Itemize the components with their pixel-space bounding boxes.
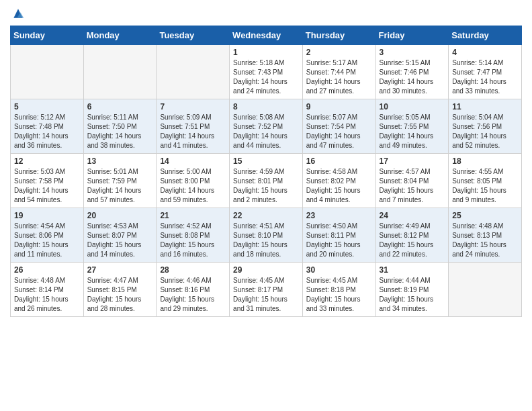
day-header-wednesday: Wednesday: [230, 26, 303, 45]
day-header-sunday: Sunday: [11, 26, 84, 45]
day-header-friday: Friday: [375, 26, 449, 45]
cell-info: Sunrise: 5:17 AM Sunset: 7:44 PM Dayligh…: [306, 58, 372, 96]
calendar-cell: 31Sunrise: 4:44 AM Sunset: 8:19 PM Dayli…: [375, 263, 449, 317]
day-number: 7: [160, 102, 226, 111]
cell-info: Sunrise: 5:18 AM Sunset: 7:43 PM Dayligh…: [233, 58, 299, 96]
cell-info: Sunrise: 4:50 AM Sunset: 8:11 PM Dayligh…: [306, 222, 372, 259]
calendar-cell: [449, 263, 522, 317]
calendar-cell: 5Sunrise: 5:12 AM Sunset: 7:48 PM Daylig…: [11, 99, 84, 154]
day-number: 21: [160, 211, 226, 220]
cell-info: Sunrise: 4:58 AM Sunset: 8:02 PM Dayligh…: [306, 167, 372, 205]
calendar-cell: 28Sunrise: 4:46 AM Sunset: 8:16 PM Dayli…: [157, 263, 230, 317]
day-number: 23: [306, 211, 372, 220]
page-header: [10, 7, 522, 20]
day-number: 1: [233, 48, 299, 57]
calendar-cell: 3Sunrise: 5:15 AM Sunset: 7:46 PM Daylig…: [375, 45, 449, 99]
cell-info: Sunrise: 5:15 AM Sunset: 7:46 PM Dayligh…: [380, 58, 445, 96]
cell-info: Sunrise: 4:49 AM Sunset: 8:12 PM Dayligh…: [380, 222, 445, 259]
header-row: SundayMondayTuesdayWednesdayThursdayFrid…: [11, 26, 522, 45]
cell-info: Sunrise: 4:44 AM Sunset: 8:19 PM Dayligh…: [380, 276, 445, 314]
cell-info: Sunrise: 4:51 AM Sunset: 8:10 PM Dayligh…: [233, 222, 299, 259]
calendar-cell: 16Sunrise: 4:58 AM Sunset: 8:02 PM Dayli…: [302, 154, 375, 208]
day-number: 19: [14, 211, 80, 220]
cell-info: Sunrise: 4:55 AM Sunset: 8:05 PM Dayligh…: [452, 167, 518, 205]
day-number: 14: [160, 156, 226, 166]
calendar-cell: 23Sunrise: 4:50 AM Sunset: 8:11 PM Dayli…: [302, 208, 375, 263]
day-number: 12: [14, 156, 80, 166]
day-number: 6: [87, 102, 153, 111]
calendar-cell: [157, 45, 230, 99]
day-number: 5: [14, 102, 80, 111]
cell-info: Sunrise: 5:00 AM Sunset: 8:00 PM Dayligh…: [160, 167, 226, 205]
calendar-cell: [11, 45, 84, 99]
week-row-2: 5Sunrise: 5:12 AM Sunset: 7:48 PM Daylig…: [11, 99, 522, 154]
day-number: 10: [380, 102, 445, 111]
cell-info: Sunrise: 5:08 AM Sunset: 7:52 PM Dayligh…: [233, 113, 299, 150]
day-header-monday: Monday: [83, 26, 157, 45]
day-header-thursday: Thursday: [302, 26, 375, 45]
day-number: 25: [452, 211, 518, 220]
calendar-cell: 19Sunrise: 4:54 AM Sunset: 8:06 PM Dayli…: [11, 208, 84, 263]
cell-info: Sunrise: 4:47 AM Sunset: 8:15 PM Dayligh…: [87, 276, 153, 314]
calendar-cell: 20Sunrise: 4:53 AM Sunset: 8:07 PM Dayli…: [83, 208, 157, 263]
cell-info: Sunrise: 5:01 AM Sunset: 7:59 PM Dayligh…: [87, 167, 153, 205]
cell-info: Sunrise: 5:14 AM Sunset: 7:47 PM Dayligh…: [452, 58, 518, 96]
week-row-4: 19Sunrise: 4:54 AM Sunset: 8:06 PM Dayli…: [11, 208, 522, 263]
cell-info: Sunrise: 5:11 AM Sunset: 7:50 PM Dayligh…: [87, 113, 153, 150]
calendar-cell: 7Sunrise: 5:09 AM Sunset: 7:51 PM Daylig…: [157, 99, 230, 154]
day-number: 2: [306, 48, 372, 57]
calendar-cell: 2Sunrise: 5:17 AM Sunset: 7:44 PM Daylig…: [302, 45, 375, 99]
day-number: 16: [306, 156, 372, 166]
calendar-cell: 10Sunrise: 5:05 AM Sunset: 7:55 PM Dayli…: [375, 99, 449, 154]
calendar-cell: 17Sunrise: 4:57 AM Sunset: 8:04 PM Dayli…: [375, 154, 449, 208]
cell-info: Sunrise: 5:04 AM Sunset: 7:56 PM Dayligh…: [452, 113, 518, 150]
calendar-cell: [83, 45, 157, 99]
day-number: 11: [452, 102, 518, 111]
cell-info: Sunrise: 4:52 AM Sunset: 8:08 PM Dayligh…: [160, 222, 226, 259]
calendar-cell: 21Sunrise: 4:52 AM Sunset: 8:08 PM Dayli…: [157, 208, 230, 263]
day-number: 9: [306, 102, 372, 111]
calendar-cell: 14Sunrise: 5:00 AM Sunset: 8:00 PM Dayli…: [157, 154, 230, 208]
logo-icon: [11, 7, 25, 20]
calendar-cell: 15Sunrise: 4:59 AM Sunset: 8:01 PM Dayli…: [230, 154, 303, 208]
day-number: 26: [14, 265, 80, 275]
calendar-cell: 22Sunrise: 4:51 AM Sunset: 8:10 PM Dayli…: [230, 208, 303, 263]
cell-info: Sunrise: 4:54 AM Sunset: 8:06 PM Dayligh…: [14, 222, 80, 259]
calendar-cell: 11Sunrise: 5:04 AM Sunset: 7:56 PM Dayli…: [449, 99, 522, 154]
day-number: 29: [233, 265, 299, 275]
calendar-cell: 24Sunrise: 4:49 AM Sunset: 8:12 PM Dayli…: [375, 208, 449, 263]
cell-info: Sunrise: 4:48 AM Sunset: 8:13 PM Dayligh…: [452, 222, 518, 259]
day-number: 22: [233, 211, 299, 220]
calendar-cell: 30Sunrise: 4:45 AM Sunset: 8:18 PM Dayli…: [302, 263, 375, 317]
calendar-cell: 6Sunrise: 5:11 AM Sunset: 7:50 PM Daylig…: [83, 99, 157, 154]
calendar-cell: 26Sunrise: 4:48 AM Sunset: 8:14 PM Dayli…: [11, 263, 84, 317]
cell-info: Sunrise: 5:12 AM Sunset: 7:48 PM Dayligh…: [14, 113, 80, 150]
week-row-5: 26Sunrise: 4:48 AM Sunset: 8:14 PM Dayli…: [11, 263, 522, 317]
day-header-saturday: Saturday: [449, 26, 522, 45]
logo: [10, 7, 25, 20]
calendar-cell: 18Sunrise: 4:55 AM Sunset: 8:05 PM Dayli…: [449, 154, 522, 208]
week-row-3: 12Sunrise: 5:03 AM Sunset: 7:58 PM Dayli…: [11, 154, 522, 208]
day-number: 28: [160, 265, 226, 275]
day-number: 30: [306, 265, 372, 275]
calendar-cell: 27Sunrise: 4:47 AM Sunset: 8:15 PM Dayli…: [83, 263, 157, 317]
week-row-1: 1Sunrise: 5:18 AM Sunset: 7:43 PM Daylig…: [11, 45, 522, 99]
day-number: 20: [87, 211, 153, 220]
day-number: 15: [233, 156, 299, 166]
cell-info: Sunrise: 5:05 AM Sunset: 7:55 PM Dayligh…: [380, 113, 445, 150]
day-number: 24: [380, 211, 445, 220]
cell-info: Sunrise: 5:03 AM Sunset: 7:58 PM Dayligh…: [14, 167, 80, 205]
day-number: 27: [87, 265, 153, 275]
calendar-cell: 29Sunrise: 4:45 AM Sunset: 8:17 PM Dayli…: [230, 263, 303, 317]
day-number: 13: [87, 156, 153, 166]
cell-info: Sunrise: 4:46 AM Sunset: 8:16 PM Dayligh…: [160, 276, 226, 314]
calendar-cell: 25Sunrise: 4:48 AM Sunset: 8:13 PM Dayli…: [449, 208, 522, 263]
cell-info: Sunrise: 4:45 AM Sunset: 8:18 PM Dayligh…: [306, 276, 372, 314]
calendar-cell: 13Sunrise: 5:01 AM Sunset: 7:59 PM Dayli…: [83, 154, 157, 208]
calendar-cell: 9Sunrise: 5:07 AM Sunset: 7:54 PM Daylig…: [302, 99, 375, 154]
day-number: 18: [452, 156, 518, 166]
day-number: 17: [380, 156, 445, 166]
day-number: 4: [452, 48, 518, 57]
day-number: 8: [233, 102, 299, 111]
cell-info: Sunrise: 4:57 AM Sunset: 8:04 PM Dayligh…: [380, 167, 445, 205]
